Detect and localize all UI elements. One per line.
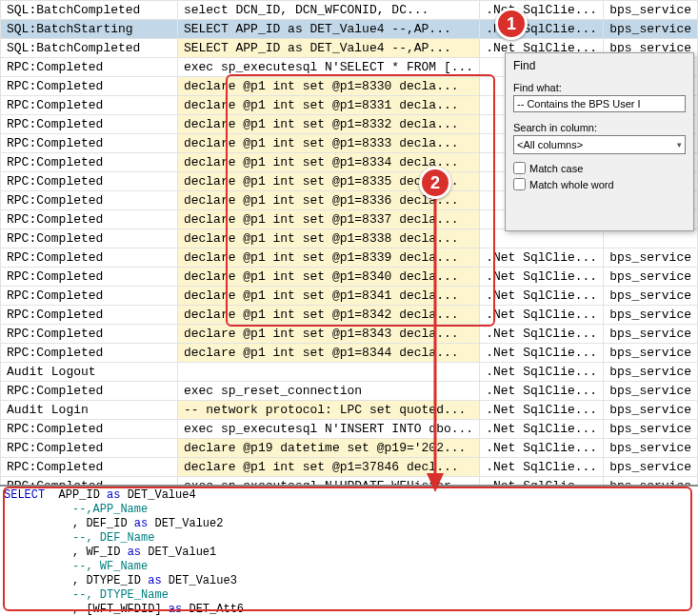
chevron-down-icon: ▾ bbox=[677, 140, 682, 149]
event-cell: RPC:Completed bbox=[1, 306, 178, 325]
table-row[interactable]: RPC:Completeddeclare @p1 int set @p1=833… bbox=[1, 248, 698, 268]
event-cell: RPC:Completed bbox=[1, 325, 178, 344]
table-row[interactable]: RPC:Completeddeclare @p1 int set @p1=834… bbox=[1, 344, 698, 363]
table-row[interactable]: RPC:Completeddeclare @p1 int set @p1=834… bbox=[1, 306, 698, 325]
event-cell: RPC:Completed bbox=[1, 58, 178, 77]
textdata-cell: declare @p1 int set @p1=8332 decla... bbox=[177, 115, 479, 134]
table-row[interactable]: RPC:Completeddeclare @p1 int set @p1=834… bbox=[1, 268, 698, 287]
annotation-badge-1: 1 bbox=[495, 8, 528, 40]
find-column-value: <All columns> bbox=[517, 139, 583, 150]
textdata-cell: declare @p1 int set @p1=8337 decla... bbox=[177, 210, 479, 229]
textdata-cell: declare @p1 int set @p1=8331 decla... bbox=[177, 96, 479, 115]
textdata-cell: declare @p1 int set @p1=8339 decla... bbox=[177, 248, 479, 268]
event-cell: SQL:BatchStarting bbox=[1, 20, 178, 39]
login-cell: bps_service bbox=[604, 344, 698, 363]
event-cell: RPC:Completed bbox=[1, 458, 178, 477]
login-cell: bps_service bbox=[604, 363, 698, 382]
login-cell: bps_service bbox=[604, 325, 698, 344]
find-what-input[interactable] bbox=[513, 95, 686, 112]
event-cell: RPC:Completed bbox=[1, 287, 178, 306]
event-cell: RPC:Completed bbox=[1, 248, 178, 268]
login-cell: bps_service bbox=[604, 382, 698, 401]
event-cell: RPC:Completed bbox=[1, 420, 178, 439]
table-row[interactable]: RPC:Completeddeclare @p19 datetime set @… bbox=[1, 439, 698, 458]
login-cell: bps_service bbox=[604, 439, 698, 458]
login-cell: bps_service bbox=[604, 401, 698, 420]
event-cell: RPC:Completed bbox=[1, 172, 178, 191]
appname-cell: .Net SqlClie... bbox=[480, 401, 604, 420]
textdata-cell: SELECT APP_ID as DET_Value4 --,AP... bbox=[177, 20, 479, 39]
appname-cell: .Net SqlClie... bbox=[480, 382, 604, 401]
login-cell: bps_service bbox=[604, 287, 698, 306]
event-cell: RPC:Completed bbox=[1, 344, 178, 363]
event-cell: SQL:BatchCompleted bbox=[1, 39, 178, 58]
appname-cell: .Net SqlClie... bbox=[480, 344, 604, 363]
event-cell: RPC:Completed bbox=[1, 96, 178, 115]
sql-detail-pane[interactable]: SELECT APP_ID as DET_Value4 --,APP_Name … bbox=[0, 485, 698, 616]
table-row[interactable]: Audit Logout.Net SqlClie...bps_service bbox=[1, 363, 698, 382]
match-case-checkbox[interactable] bbox=[513, 162, 526, 174]
find-title: Find bbox=[513, 59, 686, 72]
find-what-label: Find what: bbox=[513, 82, 686, 93]
event-cell: RPC:Completed bbox=[1, 210, 178, 229]
textdata-cell: SELECT APP_ID as DET_Value4 --,AP... bbox=[177, 39, 479, 58]
login-cell: bps_service bbox=[604, 458, 698, 477]
textdata-cell: declare @p1 int set @p1=8341 decla... bbox=[177, 287, 479, 306]
event-cell: RPC:Completed bbox=[1, 229, 178, 248]
event-cell: SQL:BatchCompleted bbox=[1, 1, 178, 20]
textdata-cell bbox=[177, 363, 479, 382]
textdata-cell: -- network protocol: LPC set quoted... bbox=[177, 401, 479, 420]
event-cell: RPC:Completed bbox=[1, 153, 178, 172]
login-cell: bps_service bbox=[604, 268, 698, 287]
textdata-cell: declare @p1 int set @p1=8340 decla... bbox=[177, 268, 479, 287]
login-cell: bps_service bbox=[604, 1, 698, 20]
appname-cell: .Net SqlClie... bbox=[480, 306, 604, 325]
table-row[interactable]: RPC:Completedexec sp_reset_connection.Ne… bbox=[1, 382, 698, 401]
match-whole-word-label: Match whole word bbox=[529, 179, 614, 190]
table-row[interactable]: SQL:BatchCompletedselect DCN_ID, DCN_WFC… bbox=[1, 1, 698, 20]
textdata-cell: exec sp_executesql N'INSERT INTO dbo... bbox=[177, 420, 479, 439]
login-cell: bps_service bbox=[604, 420, 698, 439]
event-cell: RPC:Completed bbox=[1, 382, 178, 401]
find-column-label: Search in column: bbox=[513, 122, 686, 133]
textdata-cell: declare @p1 int set @p1=8333 decla... bbox=[177, 134, 479, 153]
table-row[interactable]: RPC:Completedexec sp_executesql N'INSERT… bbox=[1, 420, 698, 439]
appname-cell: .Net SqlClie... bbox=[480, 439, 604, 458]
textdata-cell: declare @p1 int set @p1=8338 decla... bbox=[177, 229, 479, 248]
appname-cell: .Net SqlClie... bbox=[480, 325, 604, 344]
event-cell: RPC:Completed bbox=[1, 191, 178, 210]
event-cell: RPC:Completed bbox=[1, 134, 178, 153]
event-cell: RPC:Completed bbox=[1, 115, 178, 134]
table-row[interactable]: RPC:Completeddeclare @p1 int set @p1=834… bbox=[1, 287, 698, 306]
appname-cell bbox=[480, 229, 604, 248]
appname-cell: .Net SqlClie... bbox=[480, 420, 604, 439]
appname-cell: .Net SqlClie... bbox=[480, 248, 604, 268]
match-whole-word-checkbox[interactable] bbox=[513, 178, 526, 190]
table-row[interactable]: SQL:BatchStartingSELECT APP_ID as DET_Va… bbox=[1, 20, 698, 39]
appname-cell: .Net SqlClie... bbox=[480, 287, 604, 306]
event-cell: RPC:Completed bbox=[1, 439, 178, 458]
textdata-cell: exec sp_reset_connection bbox=[177, 382, 479, 401]
event-cell: Audit Logout bbox=[1, 363, 178, 382]
event-cell: RPC:Completed bbox=[1, 268, 178, 287]
appname-cell: .Net SqlClie... bbox=[480, 268, 604, 287]
login-cell bbox=[604, 229, 698, 248]
event-cell: Audit Login bbox=[1, 401, 178, 420]
event-cell: RPC:Completed bbox=[1, 77, 178, 96]
annotation-badge-2: 2 bbox=[419, 167, 451, 199]
textdata-cell: declare @p1 int set @p1=8342 decla... bbox=[177, 306, 479, 325]
match-case-label: Match case bbox=[529, 163, 583, 174]
textdata-cell: declare @p1 int set @p1=8343 decla... bbox=[177, 325, 479, 344]
textdata-cell: exec sp_executesql N'SELECT * FROM [... bbox=[177, 58, 479, 77]
table-row[interactable]: RPC:Completeddeclare @p1 int set @p1=834… bbox=[1, 325, 698, 344]
table-row[interactable]: RPC:Completeddeclare @p1 int set @p1=378… bbox=[1, 458, 698, 477]
table-row[interactable]: RPC:Completeddeclare @p1 int set @p1=833… bbox=[1, 229, 698, 248]
login-cell: bps_service bbox=[604, 20, 698, 39]
find-column-combo[interactable]: <All columns> ▾ bbox=[513, 135, 686, 154]
table-row[interactable]: Audit Login-- network protocol: LPC set … bbox=[1, 401, 698, 420]
login-cell: bps_service bbox=[604, 306, 698, 325]
textdata-cell: select DCN_ID, DCN_WFCONID, DC... bbox=[177, 1, 479, 20]
appname-cell: .Net SqlClie... bbox=[480, 458, 604, 477]
login-cell: bps_service bbox=[604, 248, 698, 268]
appname-cell: .Net SqlClie... bbox=[480, 363, 604, 382]
